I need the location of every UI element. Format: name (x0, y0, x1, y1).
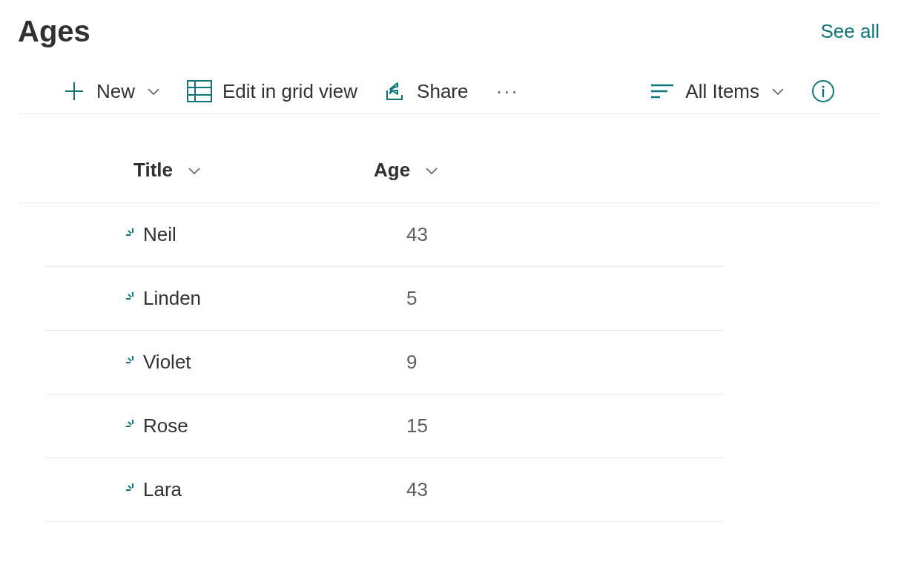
share-label: Share (417, 80, 468, 103)
new-item-icon (126, 483, 139, 497)
row-title: Neil (143, 223, 176, 246)
new-item-icon (126, 420, 139, 433)
more-button[interactable]: ··· (493, 80, 522, 103)
new-item-icon (126, 292, 139, 305)
command-bar: New Edit in grid view (18, 69, 880, 114)
grid-icon (187, 80, 212, 102)
chevron-down-icon (145, 83, 162, 99)
svg-point-8 (822, 85, 824, 87)
page-title: Ages (18, 15, 90, 48)
info-button[interactable] (811, 79, 835, 103)
row-title: Rose (143, 414, 188, 437)
table-row[interactable]: Linden 5 (44, 267, 724, 331)
column-header-age[interactable]: Age (374, 159, 410, 182)
page-header: Ages See all (18, 15, 880, 48)
chevron-down-icon (770, 83, 786, 99)
svg-line-15 (128, 294, 131, 297)
filter-lines-icon (650, 82, 675, 100)
row-age: 43 (374, 223, 428, 246)
table-row[interactable]: Neil 43 (44, 203, 724, 267)
list-body: Neil 43 Linden 5 (18, 203, 880, 522)
column-header-title[interactable]: Title (133, 159, 173, 182)
chevron-down-icon (186, 162, 202, 179)
table-row[interactable]: Lara 43 (44, 458, 724, 522)
new-item-icon (126, 228, 139, 242)
row-title: Lara (143, 478, 182, 501)
view-selector[interactable]: All Items (650, 80, 786, 103)
new-button-label: New (96, 80, 135, 103)
plus-icon (62, 79, 86, 103)
table-row[interactable]: Rose 15 (44, 394, 724, 458)
row-title: Violet (143, 351, 191, 374)
edit-grid-button[interactable]: Edit in grid view (187, 80, 357, 103)
share-icon (383, 80, 406, 102)
view-selector-label: All Items (685, 80, 759, 103)
row-title: Linden (143, 287, 201, 310)
new-item-icon (126, 356, 139, 369)
share-button[interactable]: Share (383, 80, 468, 103)
row-age: 9 (374, 351, 417, 374)
list-header: Title Age (18, 159, 880, 203)
chevron-down-icon (423, 162, 440, 179)
table-row[interactable]: Violet 9 (44, 331, 724, 394)
svg-line-21 (128, 422, 131, 425)
see-all-link[interactable]: See all (821, 20, 880, 43)
edit-grid-label: Edit in grid view (222, 80, 357, 103)
svg-rect-0 (188, 81, 211, 102)
new-button[interactable]: New (62, 79, 162, 103)
row-age: 5 (374, 287, 417, 310)
row-age: 15 (374, 414, 428, 437)
svg-rect-9 (822, 89, 824, 97)
svg-line-12 (128, 231, 131, 234)
list-view: Title Age (18, 159, 880, 522)
row-age: 43 (374, 478, 428, 501)
svg-line-24 (128, 486, 131, 489)
svg-line-18 (128, 358, 131, 361)
